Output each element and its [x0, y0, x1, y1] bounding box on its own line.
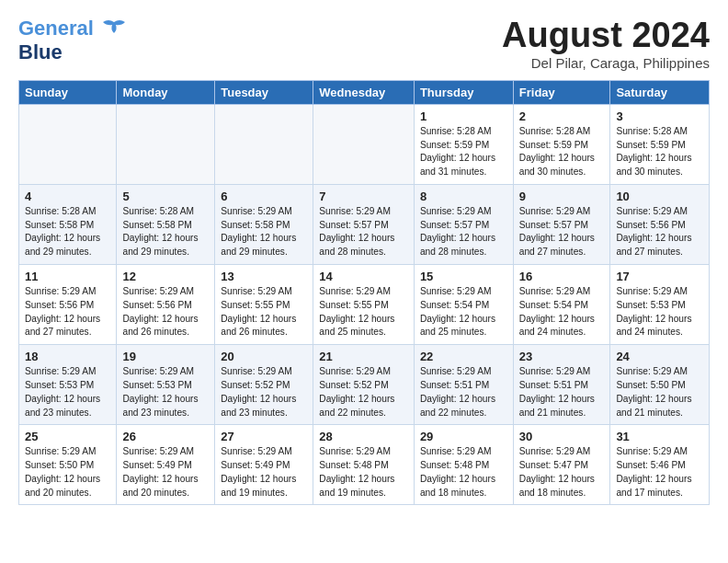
calendar-cell: 20Sunrise: 5:29 AM Sunset: 5:52 PM Dayli… [215, 345, 313, 425]
calendar-week-row: 4Sunrise: 5:28 AM Sunset: 5:58 PM Daylig… [19, 184, 710, 264]
day-number: 9 [519, 190, 605, 203]
calendar-cell: 29Sunrise: 5:29 AM Sunset: 5:48 PM Dayli… [414, 425, 513, 505]
calendar-cell: 30Sunrise: 5:29 AM Sunset: 5:47 PM Dayli… [513, 425, 610, 505]
day-info: Sunrise: 5:29 AM Sunset: 5:51 PM Dayligh… [519, 365, 605, 419]
calendar-cell: 21Sunrise: 5:29 AM Sunset: 5:52 PM Dayli… [313, 345, 415, 425]
day-info: Sunrise: 5:28 AM Sunset: 5:59 PM Dayligh… [519, 125, 605, 179]
day-number: 22 [420, 350, 507, 363]
day-number: 23 [519, 350, 605, 363]
calendar-cell: 24Sunrise: 5:29 AM Sunset: 5:50 PM Dayli… [610, 345, 710, 425]
calendar-cell: 8Sunrise: 5:29 AM Sunset: 5:57 PM Daylig… [414, 184, 513, 264]
weekday-header-tuesday: Tuesday [215, 80, 313, 104]
day-info: Sunrise: 5:28 AM Sunset: 5:58 PM Dayligh… [25, 205, 110, 259]
weekday-header-monday: Monday [117, 80, 215, 104]
day-info: Sunrise: 5:29 AM Sunset: 5:55 PM Dayligh… [221, 285, 307, 339]
day-number: 29 [420, 430, 507, 443]
day-info: Sunrise: 5:29 AM Sunset: 5:53 PM Dayligh… [616, 285, 703, 339]
calendar-cell [117, 104, 215, 184]
calendar-cell: 10Sunrise: 5:29 AM Sunset: 5:56 PM Dayli… [610, 184, 710, 264]
calendar-week-row: 18Sunrise: 5:29 AM Sunset: 5:53 PM Dayli… [19, 345, 710, 425]
calendar-cell: 1Sunrise: 5:28 AM Sunset: 5:59 PM Daylig… [414, 104, 513, 184]
day-number: 18 [25, 350, 110, 363]
day-number: 26 [122, 430, 209, 443]
day-number: 17 [616, 270, 703, 283]
calendar-cell: 22Sunrise: 5:29 AM Sunset: 5:51 PM Dayli… [414, 345, 513, 425]
day-info: Sunrise: 5:29 AM Sunset: 5:48 PM Dayligh… [319, 445, 408, 500]
day-number: 28 [319, 430, 408, 443]
location: Del Pilar, Caraga, Philippines [502, 55, 710, 71]
weekday-header-thursday: Thursday [414, 80, 513, 104]
day-info: Sunrise: 5:29 AM Sunset: 5:49 PM Dayligh… [221, 445, 307, 500]
day-info: Sunrise: 5:29 AM Sunset: 5:56 PM Dayligh… [616, 205, 703, 259]
day-number: 30 [519, 430, 605, 443]
day-info: Sunrise: 5:29 AM Sunset: 5:52 PM Dayligh… [221, 365, 307, 419]
logo-line2: Blue [18, 42, 127, 63]
day-info: Sunrise: 5:29 AM Sunset: 5:53 PM Dayligh… [25, 365, 110, 419]
day-info: Sunrise: 5:29 AM Sunset: 5:50 PM Dayligh… [616, 365, 703, 419]
day-number: 20 [221, 350, 307, 363]
calendar-cell: 5Sunrise: 5:28 AM Sunset: 5:58 PM Daylig… [117, 184, 215, 264]
day-number: 8 [420, 190, 507, 203]
day-info: Sunrise: 5:29 AM Sunset: 5:56 PM Dayligh… [25, 285, 110, 339]
day-number: 5 [122, 190, 209, 203]
day-info: Sunrise: 5:29 AM Sunset: 5:48 PM Dayligh… [420, 445, 507, 500]
day-info: Sunrise: 5:28 AM Sunset: 5:59 PM Dayligh… [616, 125, 703, 179]
day-info: Sunrise: 5:28 AM Sunset: 5:58 PM Dayligh… [122, 205, 209, 259]
weekday-header-row: SundayMondayTuesdayWednesdayThursdayFrid… [19, 80, 710, 104]
day-info: Sunrise: 5:29 AM Sunset: 5:47 PM Dayligh… [519, 445, 605, 500]
day-number: 13 [221, 270, 307, 283]
day-number: 14 [319, 270, 408, 283]
weekday-header-wednesday: Wednesday [313, 80, 415, 104]
day-info: Sunrise: 5:29 AM Sunset: 5:54 PM Dayligh… [420, 285, 507, 339]
logo: General Blue [18, 17, 127, 63]
day-info: Sunrise: 5:29 AM Sunset: 5:46 PM Dayligh… [616, 445, 703, 500]
day-info: Sunrise: 5:29 AM Sunset: 5:53 PM Dayligh… [122, 365, 209, 419]
title-block: August 2024 Del Pilar, Caraga, Philippin… [502, 17, 710, 71]
weekday-header-saturday: Saturday [610, 80, 710, 104]
calendar-week-row: 1Sunrise: 5:28 AM Sunset: 5:59 PM Daylig… [19, 104, 710, 184]
day-info: Sunrise: 5:29 AM Sunset: 5:50 PM Dayligh… [25, 445, 110, 500]
calendar-cell: 26Sunrise: 5:29 AM Sunset: 5:49 PM Dayli… [117, 425, 215, 505]
calendar-cell: 18Sunrise: 5:29 AM Sunset: 5:53 PM Dayli… [19, 345, 117, 425]
page: General Blue August 2024 Del Pilar, Cara… [0, 0, 728, 522]
day-number: 27 [221, 430, 307, 443]
day-number: 10 [616, 190, 703, 203]
calendar-cell: 7Sunrise: 5:29 AM Sunset: 5:57 PM Daylig… [313, 184, 415, 264]
calendar-cell: 3Sunrise: 5:28 AM Sunset: 5:59 PM Daylig… [610, 104, 710, 184]
day-number: 16 [519, 270, 605, 283]
calendar-cell: 27Sunrise: 5:29 AM Sunset: 5:49 PM Dayli… [215, 425, 313, 505]
calendar-cell [313, 104, 415, 184]
day-number: 21 [319, 350, 408, 363]
day-number: 2 [519, 109, 605, 123]
day-info: Sunrise: 5:29 AM Sunset: 5:57 PM Dayligh… [319, 205, 408, 259]
day-number: 3 [616, 109, 703, 123]
day-number: 7 [319, 190, 408, 203]
calendar-cell [215, 104, 313, 184]
day-info: Sunrise: 5:28 AM Sunset: 5:59 PM Dayligh… [420, 125, 507, 179]
month-title: August 2024 [502, 17, 710, 55]
calendar-cell: 11Sunrise: 5:29 AM Sunset: 5:56 PM Dayli… [19, 265, 117, 345]
day-info: Sunrise: 5:29 AM Sunset: 5:58 PM Dayligh… [221, 205, 307, 259]
calendar-cell: 31Sunrise: 5:29 AM Sunset: 5:46 PM Dayli… [610, 425, 710, 505]
day-number: 1 [420, 109, 507, 123]
weekday-header-sunday: Sunday [19, 80, 117, 104]
calendar-week-row: 25Sunrise: 5:29 AM Sunset: 5:50 PM Dayli… [19, 425, 710, 505]
day-info: Sunrise: 5:29 AM Sunset: 5:56 PM Dayligh… [122, 285, 209, 339]
day-number: 11 [25, 270, 110, 283]
day-number: 31 [616, 430, 703, 443]
logo-text: General [18, 17, 127, 42]
day-info: Sunrise: 5:29 AM Sunset: 5:57 PM Dayligh… [519, 205, 605, 259]
calendar-cell: 25Sunrise: 5:29 AM Sunset: 5:50 PM Dayli… [19, 425, 117, 505]
calendar-cell: 9Sunrise: 5:29 AM Sunset: 5:57 PM Daylig… [513, 184, 610, 264]
day-number: 6 [221, 190, 307, 203]
calendar-cell: 2Sunrise: 5:28 AM Sunset: 5:59 PM Daylig… [513, 104, 610, 184]
day-info: Sunrise: 5:29 AM Sunset: 5:52 PM Dayligh… [319, 365, 408, 419]
logo-bird-svg [94, 17, 127, 40]
calendar-week-row: 11Sunrise: 5:29 AM Sunset: 5:56 PM Dayli… [19, 265, 710, 345]
weekday-header-friday: Friday [513, 80, 610, 104]
calendar-cell: 6Sunrise: 5:29 AM Sunset: 5:58 PM Daylig… [215, 184, 313, 264]
day-number: 25 [25, 430, 110, 443]
calendar-cell: 28Sunrise: 5:29 AM Sunset: 5:48 PM Dayli… [313, 425, 415, 505]
day-number: 15 [420, 270, 507, 283]
logo-general: General [18, 17, 94, 40]
